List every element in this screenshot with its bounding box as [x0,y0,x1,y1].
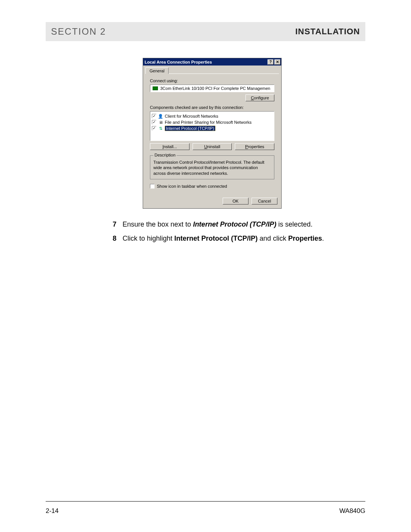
checkbox-icon[interactable]: ✓ [152,114,156,118]
protocol-icon: ⇅ [158,126,163,131]
list-item[interactable]: ✓ 👤 Client for Microsoft Networks [152,113,272,119]
description-group: Description Transmission Control Protoco… [150,155,274,179]
properties-button[interactable]: Properties [235,143,274,150]
connect-using-label: Connect using: [150,78,274,83]
section-title: INSTALLATION [295,27,360,37]
description-text: Transmission Control Protocol/Internet P… [153,160,271,176]
tab-general[interactable]: General [145,67,169,74]
list-item[interactable]: ✓ 🖥 File and Printer Sharing for Microso… [152,119,272,125]
show-icon-label: Show icon in taskbar when connected [157,184,227,189]
show-icon-row[interactable]: Show icon in taskbar when connected [150,184,274,189]
dialog-footer: OK Cancel [143,195,281,208]
description-legend: Description [153,153,177,157]
tab-panel-general: Connect using: 3Com EtherLink 10/100 PCI… [145,73,279,192]
step-number: 8 [110,233,116,244]
help-button[interactable]: ? [268,59,274,65]
uninstall-button[interactable]: Uninstall [193,143,232,150]
step-text: Ensure the box next to Internet Protocol… [123,219,312,230]
adapter-name: 3Com EtherLink 10/100 PCI For Complete P… [160,86,270,91]
dialog-title: Local Area Connection Properties [145,60,267,64]
checkbox-icon[interactable]: ✓ [152,126,156,131]
close-button[interactable]: ✕ [274,59,280,65]
cancel-button[interactable]: Cancel [252,198,277,204]
checkbox-icon[interactable]: ✓ [152,120,156,125]
step-text: Click to highlight Internet Protocol (TC… [123,233,324,244]
tab-row: General [143,66,281,73]
configure-button[interactable]: Configure [245,94,274,101]
components-label: Components checked are used by this conn… [150,105,274,110]
section-header: SECTION 2 INSTALLATION [46,22,365,41]
share-icon: 🖥 [158,120,163,125]
footer-rule [46,501,365,502]
instructions: 7 Ensure the box next to Internet Protoc… [110,219,330,244]
dialog-titlebar: Local Area Connection Properties ? ✕ [143,58,281,66]
adapter-field: 3Com EtherLink 10/100 PCI For Complete P… [150,85,274,92]
instruction-step: 8 Click to highlight Internet Protocol (… [110,233,330,244]
list-item[interactable]: ✓ ⇅ Internet Protocol (TCP/IP) [152,125,272,131]
install-button[interactable]: Install... [150,143,190,150]
page-footer: 2-14 WA840G [46,507,365,515]
nic-icon [153,86,158,90]
instruction-step: 7 Ensure the box next to Internet Protoc… [110,219,330,230]
client-icon: 👤 [158,113,163,119]
step-number: 7 [110,219,116,230]
show-icon-checkbox[interactable] [150,184,155,189]
page-number: 2-14 [46,507,59,515]
ok-button[interactable]: OK [223,198,249,204]
component-label: Internet Protocol (TCP/IP) [165,126,215,131]
section-label: SECTION 2 [51,26,106,37]
model-number: WA840G [339,507,365,515]
component-label: Client for Microsoft Networks [165,114,218,118]
component-label: File and Printer Sharing for Microsoft N… [165,120,252,125]
properties-dialog: Local Area Connection Properties ? ✕ Gen… [143,58,282,209]
components-list[interactable]: ✓ 👤 Client for Microsoft Networks ✓ 🖥 Fi… [150,111,274,141]
